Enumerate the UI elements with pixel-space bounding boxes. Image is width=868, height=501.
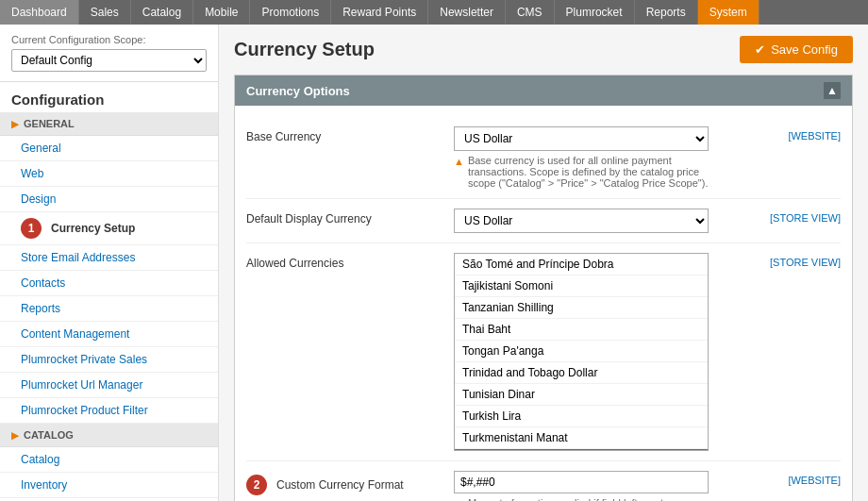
nav-item-promotions[interactable]: Promotions — [250, 0, 331, 25]
sidebar-item-plumrocket-private-sales[interactable]: Plumrocket Private Sales — [0, 347, 218, 373]
sidebar-item-plumrocket-url-manager[interactable]: Plumrocket Url Manager — [0, 373, 218, 398]
sidebar-item-currency-setup[interactable]: 1 Currency Setup — [0, 212, 218, 245]
sidebar-item-inventory[interactable]: Inventory — [0, 473, 218, 498]
nav-item-catalog[interactable]: Catalog — [131, 0, 193, 25]
currency-options-panel: Currency Options ▲ Base Currency US Doll… — [234, 75, 853, 501]
sidebar-item-currency-setup-label: Currency Setup — [51, 222, 135, 235]
base-currency-select[interactable]: US Dollar — [454, 126, 709, 151]
nav-item-dashboard[interactable]: Dashboard — [0, 0, 79, 25]
sidebar-item-plumrocket-product-filter[interactable]: Plumrocket Product Filter — [0, 398, 218, 424]
default-display-currency-field: US Dollar — [454, 209, 760, 233]
save-config-label: Save Config — [771, 42, 838, 57]
sidebar-item-store-email[interactable]: Store Email Addresses — [0, 245, 218, 271]
triangle-icon: ▲ — [454, 156, 464, 167]
nav-item-plumrocket[interactable]: Plumrocket — [555, 0, 635, 25]
nav-item-cms[interactable]: CMS — [506, 0, 555, 25]
allowed-currencies-list[interactable]: São Tomé and Príncipe Dobra Tajikistani … — [454, 253, 709, 451]
save-config-button[interactable]: ✔ Save Config — [740, 36, 853, 63]
nav-item-reward-points[interactable]: Reward Points — [331, 0, 428, 25]
sidebar-item-content-management[interactable]: Content Management — [0, 322, 218, 347]
nav-item-sales[interactable]: Sales — [79, 0, 131, 25]
custom-format-hint: ▲ Magento formating applied if field lef… — [454, 497, 709, 501]
list-item-selected[interactable]: US Dollar — [455, 449, 708, 451]
list-item[interactable]: Thai Baht — [455, 319, 708, 341]
list-item[interactable]: São Tomé and Príncipe Dobra — [455, 254, 708, 276]
arrow-icon: ▶ — [11, 119, 19, 129]
arrow-icon-catalog: ▶ — [11, 430, 19, 441]
custom-currency-format-input[interactable] — [454, 471, 709, 493]
section-header-catalog-label: CATALOG — [24, 429, 74, 441]
base-currency-label: Base Currency — [246, 126, 454, 143]
scope-dropdown[interactable]: Default Config — [11, 49, 207, 72]
list-item[interactable]: Tajikistani Somoni — [455, 276, 708, 297]
badge-2: 2 — [246, 475, 267, 495]
section-header-label: GENERAL — [24, 118, 75, 129]
sidebar-item-contacts[interactable]: Contacts — [0, 271, 218, 296]
badge-1: 1 — [21, 218, 42, 239]
nav-item-mobile[interactable]: Mobile — [193, 0, 250, 25]
base-currency-scope: [WEBSITE] — [788, 126, 841, 142]
default-display-currency-row: Default Display Currency US Dollar [STOR… — [246, 199, 841, 243]
main-content: Currency Setup ✔ Save Config Currency Op… — [219, 25, 868, 501]
list-item[interactable]: Turkmenistani Manat — [455, 427, 708, 449]
save-check-icon: ✔ — [755, 42, 765, 57]
custom-currency-format-field: ▲ Magento formating applied if field lef… — [454, 471, 778, 501]
nav-item-reports[interactable]: Reports — [635, 0, 698, 25]
sidebar: Current Configuration Scope: Default Con… — [0, 25, 219, 501]
list-item[interactable]: Tongan Pa'anga — [455, 341, 708, 362]
page-header: Currency Setup ✔ Save Config — [234, 36, 853, 63]
sidebar-title: Configuration — [0, 82, 218, 112]
list-item[interactable]: Tunisian Dinar — [455, 384, 708, 406]
base-currency-hint-text: Base currency is used for all online pay… — [468, 155, 709, 189]
nav-item-newsletter[interactable]: Newsletter — [428, 0, 506, 25]
sidebar-item-web[interactable]: Web — [0, 161, 218, 187]
sidebar-item-reports[interactable]: Reports — [0, 296, 218, 322]
default-display-currency-label: Default Display Currency — [246, 209, 454, 225]
list-item[interactable]: Tanzanian Shilling — [455, 297, 708, 319]
panel-body: Base Currency US Dollar ▲ Base currency … — [235, 106, 852, 501]
allowed-currencies-row: Allowed Currencies São Tomé and Príncipe… — [246, 243, 841, 461]
sidebar-item-catalog[interactable]: Catalog — [0, 447, 218, 473]
custom-currency-format-row: 2 Custom Currency Format ▲ Magento forma… — [246, 461, 841, 501]
nav-item-system[interactable]: System — [698, 0, 760, 25]
sidebar-section-general[interactable]: ▶ GENERAL — [0, 112, 218, 136]
base-currency-row: Base Currency US Dollar ▲ Base currency … — [246, 117, 841, 199]
panel-header: Currency Options ▲ — [235, 75, 852, 106]
custom-currency-format-label: 2 Custom Currency Format — [246, 471, 454, 495]
panel-collapse-button[interactable]: ▲ — [824, 82, 841, 99]
panel-title: Currency Options — [246, 84, 350, 98]
page-title: Currency Setup — [234, 39, 375, 60]
custom-format-scope: [WEBSITE] — [788, 471, 841, 486]
base-currency-hint: ▲ Base currency is used for all online p… — [454, 155, 709, 189]
custom-format-label-text: Custom Currency Format — [276, 478, 404, 492]
scope-label: Current Configuration Scope: — [11, 34, 207, 45]
default-display-scope: [STORE VIEW] — [770, 209, 841, 224]
allowed-currencies-label: Allowed Currencies — [246, 253, 454, 270]
allowed-currencies-field: São Tomé and Príncipe Dobra Tajikistani … — [454, 253, 760, 451]
list-item[interactable]: Trinidad and Tobago Dollar — [455, 362, 708, 384]
sidebar-item-general[interactable]: General — [0, 136, 218, 161]
list-item[interactable]: Turkish Lira — [455, 406, 708, 427]
top-nav: Dashboard Sales Catalog Mobile Promotion… — [0, 0, 868, 25]
custom-format-hint-text: Magento formating applied if field left … — [468, 497, 669, 501]
base-currency-field: US Dollar ▲ Base currency is used for al… — [454, 126, 778, 189]
scope-selector: Current Configuration Scope: Default Con… — [0, 25, 218, 82]
sidebar-section-catalog[interactable]: ▶ CATALOG — [0, 424, 218, 447]
sidebar-item-design[interactable]: Design — [0, 187, 218, 212]
allowed-currencies-scope: [STORE VIEW] — [770, 253, 841, 268]
default-display-currency-select[interactable]: US Dollar — [454, 209, 709, 233]
